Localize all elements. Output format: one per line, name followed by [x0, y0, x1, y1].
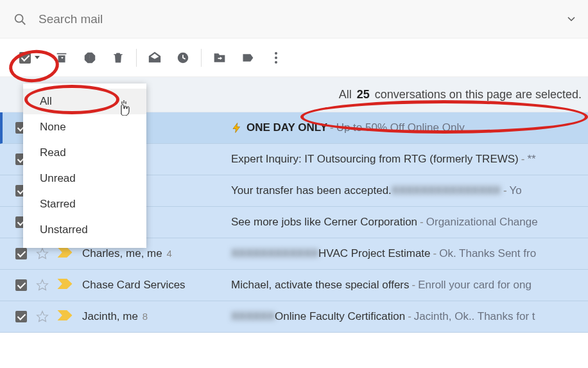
star-icon[interactable] — [36, 247, 49, 260]
menu-item-read[interactable]: Read — [23, 140, 146, 166]
archive-button[interactable] — [48, 45, 76, 71]
important-marker-icon[interactable] — [58, 247, 72, 260]
search-input[interactable] — [39, 12, 575, 26]
subject: See more jobs like Cerner Corporation - … — [231, 216, 538, 229]
chevron-down-icon — [35, 56, 40, 59]
important-marker-icon[interactable] — [58, 279, 72, 292]
menu-item-starred[interactable]: Starred — [23, 191, 146, 217]
svg-marker-11 — [37, 280, 48, 290]
sender: Jacinth, me 8 — [82, 310, 231, 323]
menu-item-unstarred[interactable]: Unstarred — [23, 217, 146, 243]
sender: Chase Card Services — [82, 279, 231, 292]
search-bar — [0, 0, 588, 39]
report-spam-button[interactable] — [76, 45, 104, 71]
svg-point-0 — [15, 14, 23, 22]
subject: Michael, activate these special offers -… — [231, 279, 532, 292]
svg-marker-10 — [37, 249, 48, 259]
svg-point-3 — [275, 52, 277, 55]
select-all-checkbox[interactable] — [12, 45, 48, 71]
subject: Your transfer has been accepted. XXXXXXX… — [231, 184, 522, 197]
svg-point-4 — [275, 57, 277, 59]
search-icon[interactable] — [13, 12, 27, 26]
move-to-button[interactable] — [205, 45, 234, 71]
row-checkbox[interactable] — [15, 311, 27, 322]
labels-button[interactable] — [234, 45, 262, 71]
cursor-pointer-icon — [117, 99, 131, 116]
selection-banner-text: All 25 conversations on this page are se… — [339, 88, 582, 101]
search-options-caret[interactable] — [567, 17, 575, 22]
snooze-button[interactable] — [169, 45, 197, 71]
star-icon[interactable] — [36, 310, 49, 323]
mark-read-button[interactable] — [141, 45, 169, 71]
menu-item-unread[interactable]: Unread — [23, 166, 146, 191]
subject: ONE DAY ONLY - Up to 50% Off Online Only — [231, 121, 465, 134]
menu-item-none[interactable]: None — [23, 114, 146, 140]
more-button[interactable] — [262, 45, 290, 71]
row-checkbox[interactable] — [15, 248, 27, 259]
svg-marker-12 — [37, 311, 48, 322]
svg-point-5 — [275, 61, 277, 64]
toolbar — [0, 39, 588, 77]
sender: Charles, me, me 4 — [82, 247, 231, 260]
bolt-icon — [231, 122, 243, 134]
toolbar-divider — [136, 49, 137, 67]
subject: XXXXXXXXXXXX HVAC Project Estimate - Ok.… — [231, 247, 536, 260]
checkbox-checked-icon — [19, 52, 31, 64]
important-marker-icon[interactable] — [58, 310, 72, 323]
mail-row[interactable]: Jacinth, me 8XXXXXX Online Faculty Certi… — [0, 301, 588, 333]
mail-row[interactable]: Chase Card ServicesMichael, activate the… — [0, 270, 588, 301]
delete-button[interactable] — [104, 45, 132, 71]
star-icon[interactable] — [36, 279, 49, 292]
subject: Expert Inquiry: IT Outsourcing from RTG … — [231, 153, 536, 166]
toolbar-divider — [201, 49, 202, 67]
row-checkbox[interactable] — [15, 279, 27, 291]
subject: XXXXXX Online Faculty Certification - Ja… — [231, 310, 535, 323]
svg-line-1 — [22, 21, 25, 24]
